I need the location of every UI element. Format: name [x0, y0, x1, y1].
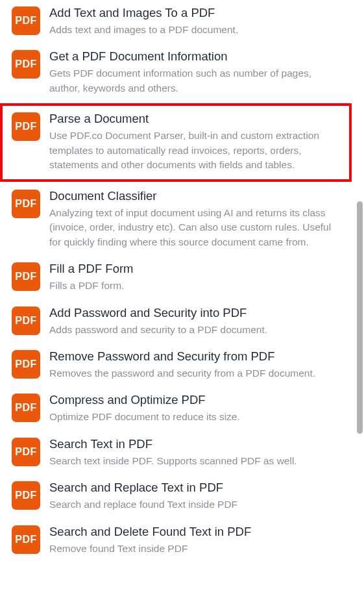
list-item[interactable]: PDFParse a DocumentUse PDF.co Document P…: [0, 103, 352, 181]
list-item[interactable]: PDFAdd Text and Images To a PDFAdds text…: [0, 0, 352, 44]
list-item[interactable]: PDFCompress and Optimize PDFOptimize PDF…: [0, 387, 352, 431]
item-text: Document ClassifierAnalyzing text of inp…: [49, 188, 343, 249]
item-description: Optimize PDF document to reduce its size…: [49, 410, 343, 424]
pdf-icon-label: PDF: [15, 315, 37, 327]
item-title: Add Password and Security into PDF: [49, 305, 343, 321]
item-description: Remove found Text inside PDF: [49, 542, 343, 556]
item-title: Search and Delete Found Text in PDF: [49, 524, 343, 540]
item-text: Search and Replace Text in PDFSearch and…: [49, 480, 343, 512]
scrollbar-thumb[interactable]: [357, 201, 363, 434]
item-title: Get a PDF Document Information: [49, 49, 343, 65]
item-title: Compress and Optimize PDF: [49, 392, 343, 408]
action-list[interactable]: PDFAdd Text and Images To a PDFAdds text…: [0, 0, 352, 589]
pdf-icon: PDF: [12, 307, 40, 335]
item-text: Compress and Optimize PDFOptimize PDF do…: [49, 392, 343, 424]
pdf-icon: PDF: [12, 50, 40, 79]
item-description: Removes the password and security from a…: [49, 366, 343, 381]
pdf-icon-label: PDF: [15, 446, 37, 458]
pdf-icon-label: PDF: [15, 402, 37, 414]
scrollbar-track: [357, 0, 363, 589]
pdf-icon: PDF: [12, 481, 40, 510]
item-description: Search text inside PDF. Supports scanned…: [49, 454, 343, 468]
list-item[interactable]: PDFGet a PDF Document InformationGets PD…: [0, 44, 352, 102]
pdf-icon: PDF: [12, 438, 40, 466]
item-title: Parse a Document: [49, 111, 343, 127]
item-text: Get a PDF Document InformationGets PDF d…: [49, 49, 343, 95]
item-title: Remove Password and Security from PDF: [49, 349, 343, 365]
item-text: Add Text and Images To a PDFAdds text an…: [49, 5, 343, 37]
pdf-icon: PDF: [12, 350, 40, 379]
pdf-icon: PDF: [12, 190, 40, 218]
pdf-icon: PDF: [12, 262, 40, 291]
item-description: Adds text and images to a PDF document.: [49, 23, 343, 37]
pdf-icon: PDF: [12, 6, 40, 35]
item-text: Remove Password and Security from PDFRem…: [49, 349, 343, 381]
list-item[interactable]: PDFSearch Text in PDFSearch text inside …: [0, 431, 352, 475]
pdf-icon-label: PDF: [15, 15, 37, 27]
pdf-icon-label: PDF: [15, 198, 37, 210]
item-title: Document Classifier: [49, 188, 343, 205]
pdf-icon: PDF: [12, 525, 40, 554]
item-title: Search Text in PDF: [49, 436, 343, 453]
item-description: Use PDF.co Document Parser, built-in and…: [49, 129, 343, 172]
item-title: Search and Replace Text in PDF: [49, 480, 343, 496]
list-item[interactable]: PDFSearch and Delete Found Text in PDFRe…: [0, 519, 352, 562]
item-title: Fill a PDF Form: [49, 261, 343, 277]
pdf-icon-label: PDF: [15, 58, 37, 70]
item-text: Fill a PDF FormFills a PDF form.: [49, 261, 343, 293]
list-item[interactable]: PDFSearch and Replace Text in PDFSearch …: [0, 475, 352, 518]
item-description: Adds password and security to a PDF docu…: [49, 323, 343, 337]
pdf-icon-label: PDF: [15, 490, 37, 501]
item-description: Analyzing text of input document using A…: [49, 206, 343, 249]
pdf-icon: PDF: [12, 394, 40, 422]
list-item[interactable]: PDFDocument ClassifierAnalyzing text of …: [0, 183, 352, 256]
item-description: Gets PDF document information such as nu…: [49, 66, 343, 95]
item-text: Search and Delete Found Text in PDFRemov…: [49, 524, 343, 556]
list-item[interactable]: PDFFill a PDF FormFills a PDF form.: [0, 256, 352, 299]
item-text: Add Password and Security into PDFAdds p…: [49, 305, 343, 337]
pdf-icon-label: PDF: [15, 358, 37, 370]
pdf-icon-label: PDF: [15, 534, 37, 545]
pdf-icon: PDF: [12, 112, 40, 141]
item-text: Search Text in PDFSearch text inside PDF…: [49, 436, 343, 468]
item-title: Add Text and Images To a PDF: [49, 5, 343, 21]
item-description: Search and replace found Text inside PDF: [49, 497, 343, 512]
pdf-icon-label: PDF: [15, 121, 37, 132]
pdf-icon-label: PDF: [15, 271, 37, 282]
item-description: Fills a PDF form.: [49, 279, 343, 293]
item-text: Parse a DocumentUse PDF.co Document Pars…: [49, 111, 343, 172]
list-item[interactable]: PDFAdd Password and Security into PDFAdd…: [0, 300, 352, 344]
list-item[interactable]: PDFRemove Password and Security from PDF…: [0, 344, 352, 387]
